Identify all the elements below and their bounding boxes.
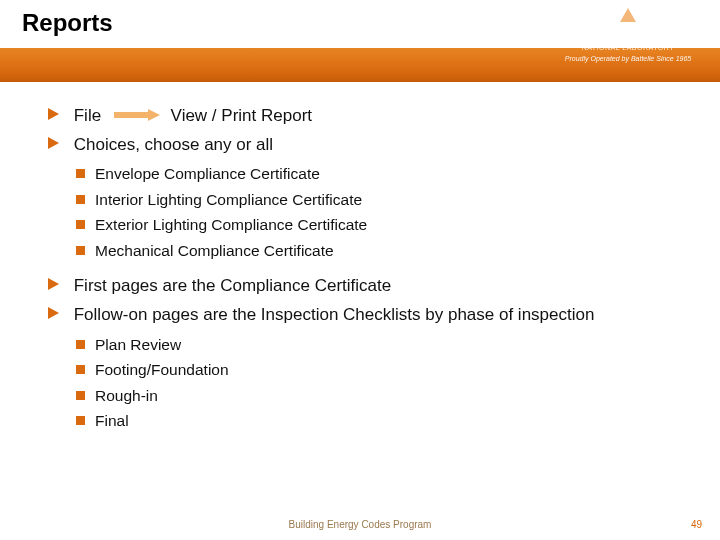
square-bullet-icon (76, 195, 85, 204)
list-item: Follow-on pages are the Inspection Check… (48, 303, 688, 433)
logo-tagline: Proudly Operated by Battelle Since 1965 (548, 55, 708, 62)
slide-header: Reports Pacific Northwest NATIONAL LABOR… (0, 0, 720, 82)
sub-text: Interior Lighting Compliance Certificate (95, 191, 362, 208)
sub-text: Envelope Compliance Certificate (95, 165, 320, 182)
list-item: Final (76, 410, 688, 432)
sub-text: Mechanical Compliance Certificate (95, 242, 334, 259)
list-item: Footing/Foundation (76, 359, 688, 381)
brand-logo: Pacific Northwest NATIONAL LABORATORY Pr… (548, 6, 708, 62)
square-bullet-icon (76, 246, 85, 255)
triangle-bullet-icon (48, 108, 59, 120)
list-item: Interior Lighting Compliance Certificate (76, 189, 688, 211)
list-item: Envelope Compliance Certificate (76, 163, 688, 185)
logo-name: Pacific Northwest (548, 30, 708, 44)
logo-subtitle: NATIONAL LABORATORY (548, 44, 708, 51)
square-bullet-icon (76, 391, 85, 400)
sub-text: Footing/Foundation (95, 361, 229, 378)
sub-text: Final (95, 412, 129, 429)
logo-mark-icon (548, 6, 708, 28)
triangle-bullet-icon (48, 278, 59, 290)
triangle-bullet-icon (48, 137, 59, 149)
bullet-text: Choices, choose any or all (74, 135, 273, 154)
list-item: Plan Review (76, 334, 688, 356)
square-bullet-icon (76, 416, 85, 425)
bullet-text: Follow-on pages are the Inspection Check… (74, 305, 595, 324)
list-item: Choices, choose any or all Envelope Comp… (48, 133, 688, 263)
page-title: Reports (22, 9, 113, 37)
list-item: First pages are the Compliance Certifica… (48, 274, 688, 299)
list-item: File View / Print Report (48, 104, 688, 129)
footer-text: Building Energy Codes Program (0, 519, 720, 530)
list-item: Mechanical Compliance Certificate (76, 240, 688, 262)
square-bullet-icon (76, 365, 85, 374)
arrow-right-icon (114, 104, 160, 129)
bullet-text-post: View / Print Report (171, 106, 312, 125)
square-bullet-icon (76, 340, 85, 349)
list-item: Exterior Lighting Compliance Certificate (76, 214, 688, 236)
sub-text: Rough-in (95, 387, 158, 404)
sub-text: Exterior Lighting Compliance Certificate (95, 216, 367, 233)
svg-marker-1 (148, 109, 160, 121)
slide-body: File View / Print Report Choices, choose… (0, 82, 720, 433)
square-bullet-icon (76, 220, 85, 229)
triangle-bullet-icon (48, 307, 59, 319)
sub-text: Plan Review (95, 336, 181, 353)
page-number: 49 (691, 519, 702, 530)
list-item: Rough-in (76, 385, 688, 407)
svg-rect-0 (114, 112, 148, 118)
bullet-text-pre: File (74, 106, 101, 125)
square-bullet-icon (76, 169, 85, 178)
bullet-text: First pages are the Compliance Certifica… (74, 276, 391, 295)
